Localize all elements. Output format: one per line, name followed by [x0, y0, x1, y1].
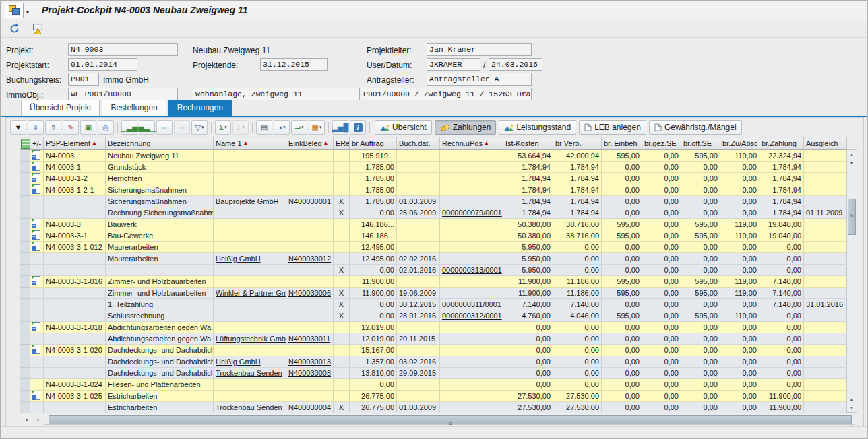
projektstart-field[interactable]: 01.01.2014	[68, 58, 137, 71]
gui-status-monitor-icon[interactable]	[30, 22, 46, 36]
horizontal-scrollbar[interactable]: ‹ › ≡	[22, 415, 855, 425]
dropdown-caret-icon[interactable]: ▾	[242, 125, 245, 130]
name1-link[interactable]: Trockenbau Senden	[216, 403, 282, 411]
einkbeleg-link[interactable]: N400030012	[288, 255, 331, 263]
dropdown-caret-icon[interactable]: ▾	[301, 125, 304, 130]
einkbeleg-link[interactable]: N400030001	[288, 197, 331, 205]
wbs-node-icon[interactable]	[32, 150, 40, 160]
datum-field[interactable]: 24.03.2016	[489, 58, 542, 71]
column-header-br-auftrag[interactable]: br Auftrag	[350, 137, 397, 150]
graphic-icon[interactable]: ▂▅█	[332, 120, 348, 135]
export-icon[interactable]: ⇒▾	[291, 120, 307, 135]
einkbeleg-link[interactable]: N400030013	[288, 358, 331, 366]
row-selector[interactable]	[20, 322, 30, 333]
projektleiter-field[interactable]: Jan Kramer	[427, 43, 532, 56]
print-icon[interactable]: ▤	[256, 120, 272, 135]
horizontal-scrollbar-track[interactable]: ≡	[44, 415, 855, 425]
dropdown-caret-icon[interactable]: ▾	[202, 125, 204, 130]
wbs-node-icon[interactable]	[32, 322, 40, 331]
row-selector[interactable]	[20, 276, 30, 288]
column-header-br-zahlung[interactable]: br.Zahlung	[760, 137, 804, 150]
objektadresse-field[interactable]: P001/80000 / Zweigweg 11 / 15263 Oranien…	[361, 88, 532, 100]
scroll-up-icon[interactable]: ▲	[847, 395, 857, 403]
column-header-br-off-se[interactable]: br.off.SE	[681, 137, 720, 150]
row-selector[interactable]	[20, 230, 30, 242]
info-icon[interactable]: i	[350, 120, 366, 135]
column-header-br-einbeh[interactable]: br. Einbeh	[602, 137, 642, 150]
layout-icon[interactable]: ▦▾	[309, 120, 325, 135]
row-selector[interactable]	[20, 299, 30, 310]
scroll-down-icon[interactable]: ▼	[847, 403, 857, 412]
row-selector[interactable]	[20, 368, 30, 379]
collapse-all-icon[interactable]: ⇓	[28, 120, 44, 135]
vertical-scrollbar[interactable]: ▲ ▼ ≡ ▲ ▼	[846, 149, 857, 413]
row-selector[interactable]	[20, 173, 30, 184]
name1-link[interactable]: Lüftungstechnik GmbH	[216, 335, 286, 343]
wbs-node-icon[interactable]	[32, 391, 40, 400]
column-header-ere[interactable]: ERe	[334, 137, 350, 150]
row-selector[interactable]	[20, 150, 30, 162]
wbs-node-icon[interactable]	[32, 345, 40, 354]
tab-bersicht-projekt[interactable]: Übersicht Projekt	[21, 100, 100, 116]
buchungskreis-field[interactable]: P001	[68, 73, 99, 86]
tab-bestellungen[interactable]: Bestellungen	[102, 100, 166, 116]
column-header-br-zu-absc[interactable]: br.Zu/Absc	[720, 137, 760, 150]
einkbeleg-link[interactable]: N400030008	[288, 369, 331, 377]
dropdown-caret-icon[interactable]: ▾	[224, 125, 227, 130]
wbs-node-icon[interactable]	[32, 184, 40, 194]
name1-link[interactable]: Winkler & Partner GmbH	[216, 289, 286, 297]
projekt-field[interactable]: N4-0003	[68, 43, 178, 56]
dropdown-caret-icon[interactable]: ▾	[283, 125, 286, 130]
rechnupos-link[interactable]: 0000000079/0001	[442, 209, 502, 217]
row-selector[interactable]	[20, 345, 30, 356]
name1-link[interactable]: Bauprojekte GmbH	[216, 197, 279, 205]
rechnupos-link[interactable]: 0000000312/0001	[442, 312, 502, 320]
row-selector[interactable]	[20, 379, 30, 391]
column-header-expand[interactable]: +/-	[30, 137, 44, 150]
gewaehrlstg-button[interactable]: Gewährlstg./Mängel	[649, 120, 742, 135]
row-selector[interactable]	[20, 265, 30, 276]
wbs-node-icon[interactable]	[32, 230, 40, 240]
row-selector[interactable]	[20, 402, 30, 413]
antragsteller-field[interactable]: Antragsteller A	[427, 73, 532, 86]
dropdown-caret-icon[interactable]: ▾	[319, 125, 322, 130]
column-header-einkbeleg[interactable]: EinkBeleg▲	[286, 137, 334, 150]
column-header-ist-kosten[interactable]: Ist-Kosten	[503, 137, 553, 150]
leistungsstand-button[interactable]: Leistungsstand	[499, 120, 576, 135]
row-selector[interactable]	[20, 242, 30, 253]
row-selector[interactable]	[20, 219, 30, 230]
filter-icon[interactable]: ▽▾	[191, 120, 208, 135]
wbs-node-icon[interactable]	[32, 242, 40, 251]
row-selector[interactable]	[20, 391, 30, 402]
tab-rechnungen[interactable]: Rechnungen	[168, 100, 232, 116]
projektende-field[interactable]: 31.12.2015	[260, 58, 328, 71]
sort-descending-icon[interactable]: ▅▃▁	[139, 120, 155, 135]
session-menu-caret-icon[interactable]: ▾	[24, 9, 31, 15]
rechnupos-link[interactable]: 0000000311/0001	[442, 300, 501, 308]
column-header-buch-dat[interactable]: Buch.dat.	[397, 137, 440, 150]
session-icon[interactable]	[5, 3, 24, 18]
scroll-down-icon[interactable]: ▼	[847, 159, 857, 168]
horizontal-scrollbar-thumb[interactable]: ≡	[49, 415, 852, 424]
search-detail-icon[interactable]: ◎	[98, 120, 114, 135]
row-selector[interactable]	[20, 253, 30, 265]
einkbeleg-link[interactable]: N400030011	[288, 335, 330, 343]
sum-icon[interactable]: Σ▾	[215, 120, 231, 135]
einkbeleg-link[interactable]: N400030004	[288, 403, 331, 411]
name1-link[interactable]: Heißig GmbH	[216, 255, 261, 263]
column-header-name-1[interactable]: Name 1▲	[214, 137, 286, 150]
details-icon[interactable]: ▼	[10, 120, 26, 135]
column-header-br-gez-se[interactable]: br.gez.SE	[642, 137, 681, 150]
rechnupos-link[interactable]: 0000000313/0001	[442, 266, 502, 274]
scroll-left-icon[interactable]: ‹	[22, 415, 32, 425]
user-field[interactable]: JKRAMER	[427, 58, 480, 71]
scroll-up-icon[interactable]: ▲	[847, 150, 857, 159]
find-icon[interactable]: ∞	[156, 120, 173, 135]
views-icon[interactable]: ◑▾	[274, 120, 290, 135]
uebersicht-button[interactable]: Übersicht	[375, 120, 432, 135]
column-header-rechn-upos[interactable]: Rechn.uPos▲	[440, 137, 503, 150]
refresh-selection-icon[interactable]: ▣	[80, 120, 96, 135]
select-all-header[interactable]	[20, 137, 30, 150]
row-selector[interactable]	[20, 356, 30, 368]
select-all-icon[interactable]	[21, 139, 30, 149]
